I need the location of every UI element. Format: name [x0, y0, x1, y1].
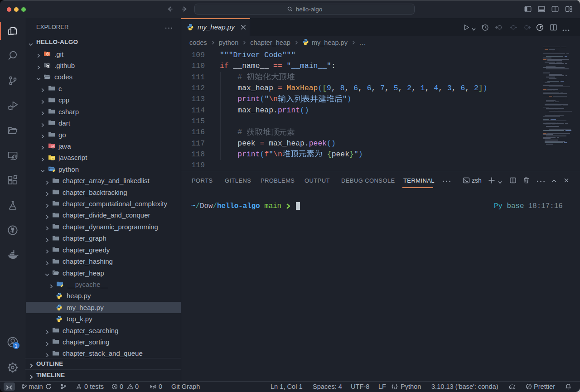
- svg-text:JS: JS: [51, 157, 54, 160]
